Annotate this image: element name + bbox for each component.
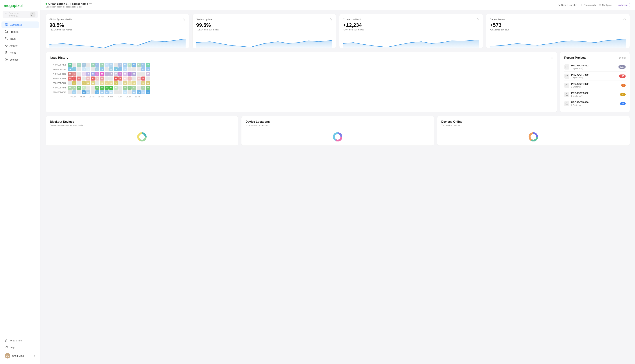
heatmap-cell[interactable]: 41	[137, 63, 141, 67]
heatmap-cell[interactable]: 89	[105, 86, 109, 90]
heatmap-cell[interactable]: 46	[100, 81, 104, 85]
heatmap-cell[interactable]: 62	[127, 86, 132, 90]
heatmap-cell[interactable]: 24	[114, 86, 118, 90]
heatmap-cell[interactable]: 72	[146, 63, 150, 67]
heatmap-cell[interactable]: 54	[91, 81, 95, 85]
heatmap-cell[interactable]: 58	[86, 81, 90, 85]
heatmap-cell[interactable]: 43	[118, 63, 122, 67]
environment-badge[interactable]: Production	[615, 3, 630, 7]
heatmap-cell[interactable]: 36	[127, 63, 132, 67]
heatmap-cell[interactable]: 47	[132, 86, 136, 90]
heatmap-cell[interactable]	[77, 72, 81, 76]
heatmap-cell[interactable]	[91, 90, 95, 94]
heatmap-cell[interactable]	[118, 86, 122, 90]
heatmap-cell[interactable]	[146, 76, 150, 80]
heatmap-cell[interactable]	[77, 81, 81, 85]
heatmap-cell[interactable]	[72, 63, 76, 67]
heatmap-cell[interactable]	[118, 81, 122, 85]
heatmap-cell[interactable]: 48	[127, 76, 132, 80]
heatmap-cell[interactable]	[105, 67, 109, 71]
heatmap-cell[interactable]: 30	[72, 86, 76, 90]
heatmap-cell[interactable]: 47	[86, 72, 90, 76]
sidebar-item-activity[interactable]: Activity	[2, 42, 39, 49]
heatmap-cell[interactable]: 69	[95, 86, 99, 90]
heatmap-cell[interactable]: 50	[77, 63, 81, 67]
heatmap-cell[interactable]: 87	[146, 90, 150, 94]
recent-project-item[interactable]: PROJECT-7839 2 Systems 5	[564, 81, 626, 90]
heatmap-cell[interactable]	[91, 86, 95, 90]
org-name[interactable]: Organization 1	[48, 2, 67, 5]
heatmap-cell[interactable]	[132, 76, 136, 80]
heatmap-cell[interactable]: 45	[105, 81, 109, 85]
heatmap-cell[interactable]: 69	[100, 67, 104, 71]
heatmap-cell[interactable]	[82, 76, 86, 80]
heatmap-cell[interactable]: 40	[86, 76, 90, 80]
heatmap-cell[interactable]: 85	[141, 76, 145, 80]
recent-project-item[interactable]: PROJECT-5562 2 Systems 10	[564, 90, 626, 99]
heatmap-cell[interactable]: 71	[72, 67, 76, 71]
heatmap-cell[interactable]: 48	[105, 90, 109, 94]
heatmap-cell[interactable]: 35	[137, 76, 141, 80]
heatmap-cell[interactable]	[95, 81, 99, 85]
heatmap-cell[interactable]: 86	[118, 76, 122, 80]
heatmap-cell[interactable]	[91, 67, 95, 71]
heatmap-cell[interactable]: 37	[146, 72, 150, 76]
heatmap-cell[interactable]: 39	[95, 76, 99, 80]
heatmap-cell[interactable]: 46	[105, 72, 109, 76]
heatmap-cell[interactable]	[114, 63, 118, 67]
heatmap-cell[interactable]: 27	[123, 90, 127, 94]
heatmap-cell[interactable]: 32	[105, 63, 109, 67]
heatmap-cell[interactable]: 28	[82, 67, 86, 71]
heatmap-cell[interactable]	[114, 90, 118, 94]
sidebar-item-help[interactable]: Help	[2, 344, 39, 350]
heatmap-cell[interactable]: 88	[68, 72, 72, 76]
heatmap-cell[interactable]: 22	[109, 90, 113, 94]
see-all-button[interactable]: See all	[619, 56, 626, 59]
heatmap-cell[interactable]: 56	[109, 67, 113, 71]
recent-project-item[interactable]: PROJECT-8686 2 Systems 12	[564, 99, 626, 108]
sidebar-item-whats-new[interactable]: What's New	[2, 338, 39, 344]
sidebar-item-team[interactable]: Team	[2, 36, 39, 42]
heatmap-cell[interactable]: 89	[72, 81, 76, 85]
heatmap-cell[interactable]: 90	[114, 76, 118, 80]
heatmap-cell[interactable]: 70	[82, 81, 86, 85]
issue-history-menu-icon[interactable]: ≡	[551, 56, 553, 60]
heatmap-cell[interactable]: 57	[95, 67, 99, 71]
recent-project-item[interactable]: PROJECT-7878 2 Systems 135	[564, 72, 626, 81]
recent-project-item[interactable]: PROJECT-8782 2 Systems 5.5k	[564, 62, 626, 72]
more-options-icon[interactable]: •••	[89, 2, 92, 5]
heatmap-cell[interactable]: 47	[82, 63, 86, 67]
heatmap-cell[interactable]: 73	[114, 67, 118, 71]
heatmap-cell[interactable]: 29	[141, 90, 145, 94]
project-name[interactable]: Project Name	[70, 2, 88, 5]
heatmap-cell[interactable]: 74	[68, 67, 72, 71]
search-bar[interactable]: Search for anything... ⌘ K	[3, 11, 38, 18]
sidebar-item-notes[interactable]: Notes	[2, 49, 39, 56]
heatmap-cell[interactable]: 32	[123, 67, 127, 71]
heatmap-cell[interactable]	[68, 81, 72, 85]
heatmap-cell[interactable]: 31	[127, 81, 132, 85]
heatmap-cell[interactable]: 26	[82, 72, 86, 76]
heatmap-cell[interactable]: 37	[114, 72, 118, 76]
heatmap-cell[interactable]	[86, 63, 90, 67]
heatmap-cell[interactable]: 50	[141, 81, 145, 85]
sidebar-user[interactable]: CS Craig Sims ▲	[2, 351, 39, 360]
heatmap-cell[interactable]	[86, 86, 90, 90]
heatmap-cell[interactable]: 79	[95, 90, 99, 94]
heatmap-cell[interactable]: 62	[132, 72, 136, 76]
heatmap-cell[interactable]	[118, 90, 122, 94]
heatmap-cell[interactable]	[109, 76, 113, 80]
heatmap-cell[interactable]: 24	[82, 86, 86, 90]
heatmap-cell[interactable]: 82	[72, 72, 76, 76]
heatmap-cell[interactable]: 84	[141, 63, 145, 67]
heatmap-cell[interactable]: 81	[95, 72, 99, 76]
sidebar-item-projects[interactable]: Projects	[2, 28, 39, 35]
heatmap-cell[interactable]: 66	[146, 86, 150, 90]
heatmap-cell[interactable]: 39	[72, 90, 76, 94]
heatmap-cell[interactable]: 89	[68, 63, 72, 67]
heatmap-cell[interactable]: 56	[123, 86, 127, 90]
heatmap-cell[interactable]: 45	[109, 72, 113, 76]
heatmap-cell[interactable]: 32	[123, 72, 127, 76]
heatmap-cell[interactable]	[137, 86, 141, 90]
pause-alerts-button[interactable]: Pause alerts	[580, 4, 596, 6]
